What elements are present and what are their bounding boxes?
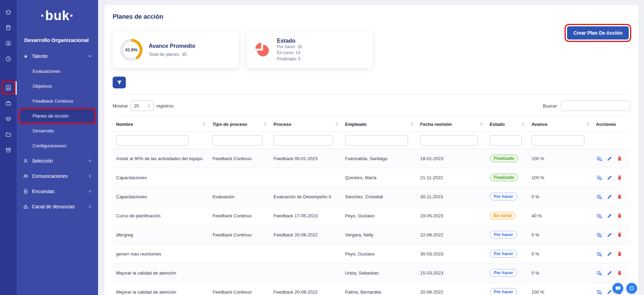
divider [113, 94, 630, 94]
cell-fecha-revision: 21-11-2022 [417, 168, 486, 187]
card-title: Estado [277, 38, 302, 44]
sidebar-item-configuraciones[interactable]: Configuraciones [20, 139, 95, 153]
sidebar-item-evaluaciones[interactable]: Evaluaciones [20, 64, 95, 78]
delete-button[interactable] [617, 194, 622, 199]
home-icon[interactable] [0, 8, 17, 16]
table-row: Capacitaciones Evaluación Evaluación de … [113, 187, 630, 206]
filter-input-avance[interactable] [531, 135, 584, 146]
column-filter-row [113, 132, 630, 149]
page-size-select[interactable]: 25 [131, 101, 154, 111]
widget-button[interactable] [626, 283, 637, 294]
calendar-icon[interactable] [0, 24, 17, 32]
briefcase-icon[interactable] [0, 99, 17, 107]
pencil-icon [607, 289, 612, 295]
edit-button[interactable] [607, 194, 612, 199]
cell-fecha-revision: 22-06-2022 [417, 225, 486, 244]
search-input[interactable] [561, 101, 630, 111]
chevron-left-icon [88, 174, 92, 178]
sidebar-item-desarrollo[interactable]: Desarrollo [20, 124, 95, 138]
status-badge: En curso [490, 212, 516, 219]
warning-triangle-icon [23, 204, 28, 209]
delete-button[interactable] [617, 270, 622, 276]
sidebar-item-planes-de-accion[interactable]: Planes de Acción [20, 109, 95, 123]
view-log-icon [596, 289, 602, 295]
header-tipo-proceso[interactable]: Tipo de proceso [209, 117, 270, 132]
sidebar-item-comunicaciones[interactable]: Comunicaciones [17, 168, 98, 184]
trash-icon [617, 156, 622, 161]
view-details-button[interactable] [596, 289, 602, 295]
filter-input-proceso[interactable] [273, 135, 333, 146]
pencil-icon [607, 194, 612, 199]
view-details-button[interactable] [596, 232, 602, 238]
clock-icon[interactable] [0, 55, 17, 63]
folder-icon[interactable] [0, 131, 17, 138]
sidebar-item-feedback-continuo[interactable]: Feedback Continuo [20, 94, 95, 108]
filter-input-estado[interactable] [490, 135, 522, 146]
edit-button[interactable] [607, 213, 612, 218]
money-icon[interactable]: $ [0, 40, 17, 47]
filter-input-nombre[interactable] [116, 135, 189, 146]
view-details-button[interactable] [596, 175, 602, 181]
edit-button[interactable] [607, 232, 612, 237]
edit-button[interactable] [607, 175, 612, 180]
view-details-button[interactable] [596, 156, 602, 162]
view-details-button[interactable] [596, 251, 602, 257]
header-fecha-revision[interactable]: Fecha revisión [417, 117, 486, 132]
cell-tipo-proceso: Feedback Continuo [209, 283, 270, 295]
chat-button[interactable] [612, 283, 623, 294]
sort-icon [333, 123, 338, 126]
avance-promedio-card: 41.6% Avance Promedio Total de planes: 3… [113, 32, 239, 68]
table-row: Mejorar la calidad de atención Ureta, Se… [113, 263, 630, 283]
cell-nombre: dfergreg [113, 225, 209, 244]
delete-button[interactable] [617, 175, 622, 180]
view-details-button[interactable] [596, 213, 602, 219]
sidebar-item-label: Selección [32, 158, 53, 164]
filter-input-tipo-proceso[interactable] [212, 135, 262, 146]
sidebar-item-seleccion[interactable]: Selección [17, 153, 98, 168]
delete-button[interactable] [617, 232, 622, 237]
create-action-plan-button[interactable]: Crear Plan De Acción [567, 26, 629, 40]
cell-proceso [270, 263, 342, 283]
buscar-label: Buscar: [543, 103, 558, 109]
buk-logo[interactable]: ·buk· [17, 0, 98, 23]
trash-icon [617, 270, 622, 276]
estado-card: Estado Por hacer: 16 En curso: 14 Finali… [246, 32, 373, 68]
cell-empleado: Fuenzalida, Santiago [342, 149, 417, 168]
archive-icon[interactable] [0, 146, 17, 154]
header-avance[interactable]: Avance [528, 117, 592, 132]
delete-button[interactable] [617, 251, 622, 257]
delete-button[interactable] [617, 213, 622, 218]
table-row: Mejorar la calidad de atención Feedback … [113, 283, 630, 295]
cell-avance: 100 % [528, 149, 592, 168]
cell-nombre: Capacitaciones [113, 187, 209, 206]
header-nombre[interactable]: Nombre [113, 117, 209, 132]
view-details-button[interactable] [596, 194, 602, 200]
sidebar-item-encuestas[interactable]: Encuestas [17, 184, 98, 199]
cell-acciones [593, 149, 630, 168]
cell-tipo-proceso [209, 263, 270, 283]
filter-input-fecha-revision[interactable] [420, 135, 478, 146]
floating-buttons [612, 283, 637, 294]
header-empleado[interactable]: Empleado [342, 117, 417, 132]
trash-icon [617, 213, 622, 218]
edit-button[interactable] [607, 270, 612, 276]
delete-button[interactable] [617, 156, 622, 161]
edit-button[interactable] [607, 156, 612, 161]
filter-button[interactable] [113, 77, 126, 88]
edit-button[interactable] [607, 251, 612, 257]
header-proceso[interactable]: Proceso [270, 117, 342, 132]
sidebar-item-talento[interactable]: ★ Talento [17, 49, 98, 64]
header-estado[interactable]: Estado [486, 117, 528, 132]
donut-percent-label: 41.6% [123, 42, 140, 58]
cell-empleado: Peyo, Gustavo [342, 244, 417, 263]
sidebar-item-canal-denuncias[interactable]: Canal de denuncias [17, 199, 98, 214]
education-icon[interactable] [0, 115, 17, 123]
filter-input-empleado[interactable] [345, 135, 408, 146]
sidebar-item-objetivos[interactable]: Objetivos [20, 79, 95, 93]
cell-acciones [593, 244, 630, 263]
view-details-button[interactable] [596, 270, 602, 276]
edit-button[interactable] [607, 289, 612, 295]
cell-fecha-revision: 18-01-2023 [417, 149, 486, 168]
evaluations-icon[interactable] [0, 84, 17, 92]
cell-avance: 0 % [528, 263, 592, 283]
